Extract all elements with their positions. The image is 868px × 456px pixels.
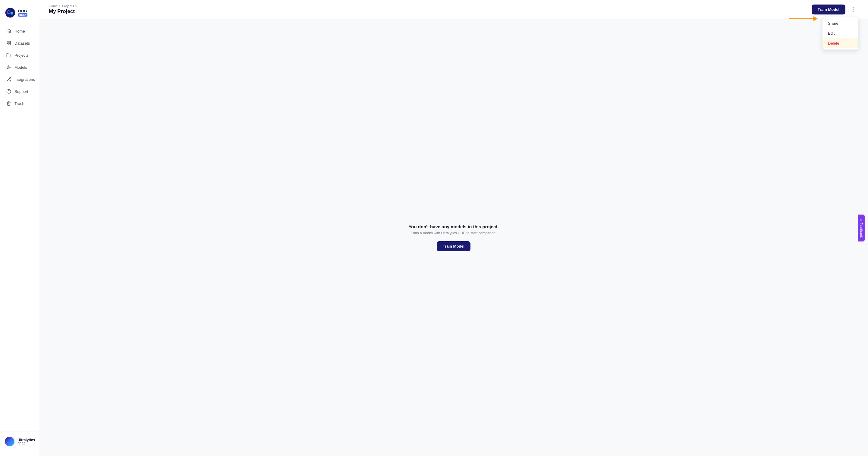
sidebar-item-integrations-label: Integrations: [14, 77, 35, 82]
content-area: You don't have any models in this projec…: [39, 19, 868, 456]
sidebar-item-trash-label: Trash: [14, 101, 24, 106]
breadcrumb-home[interactable]: Home: [49, 4, 58, 8]
empty-state: You don't have any models in this projec…: [408, 224, 498, 251]
sidebar-item-support-label: Support: [14, 89, 28, 94]
sidebar: HUB BETA Home Datasets Projects: [0, 0, 39, 456]
svg-point-3: [7, 11, 10, 13]
sidebar-item-models-label: Models: [14, 65, 27, 70]
sidebar-item-projects-label: Projects: [14, 53, 29, 58]
dropdown-item-share[interactable]: Share: [823, 19, 858, 28]
share-label: Share: [828, 21, 838, 26]
datasets-icon: [6, 40, 11, 46]
svg-line-16: [10, 66, 10, 66]
sidebar-item-trash[interactable]: Trash: [2, 98, 36, 109]
logo-text: HUB BETA: [18, 9, 27, 17]
empty-state-description: Train a model with Ultralytics HUB to st…: [408, 231, 498, 235]
trash-icon: [6, 101, 11, 106]
logo-beta-label: BETA: [18, 13, 27, 17]
user-profile[interactable]: Ultralytics FREE: [0, 432, 39, 451]
sidebar-item-datasets-label: Datasets: [14, 41, 30, 46]
models-icon: [6, 64, 11, 70]
header-actions: Train Model ⋮ Share Edit Delete: [812, 4, 858, 15]
svg-point-8: [8, 67, 9, 68]
integrations-icon: [6, 77, 11, 82]
feedback-tab[interactable]: ☺ Feedback: [858, 215, 865, 241]
header: Home > Projects > My Project Train Model…: [39, 0, 868, 19]
breadcrumb-projects[interactable]: Projects: [62, 4, 74, 8]
svg-line-13: [7, 66, 8, 66]
sidebar-item-support[interactable]: Support: [2, 86, 36, 97]
sidebar-item-integrations[interactable]: Integrations: [2, 74, 36, 85]
breadcrumb-nav: Home > Projects >: [49, 4, 77, 8]
svg-rect-6: [7, 44, 8, 45]
delete-label: Delete: [828, 41, 839, 46]
more-options-button[interactable]: ⋮: [848, 4, 858, 15]
main-content: Home > Projects > My Project Train Model…: [39, 0, 868, 456]
projects-icon: [6, 53, 11, 58]
svg-rect-4: [7, 41, 8, 43]
sidebar-item-datasets[interactable]: Datasets: [2, 37, 36, 49]
svg-rect-5: [9, 41, 10, 43]
home-icon: [6, 28, 11, 34]
logo-hub-label: HUB: [18, 9, 27, 13]
sidebar-item-projects[interactable]: Projects: [2, 50, 36, 61]
user-name: Ultralytics: [18, 438, 35, 442]
breadcrumb-sep1: >: [59, 4, 61, 8]
feedback-icon: ☺: [860, 218, 863, 222]
support-icon: [6, 89, 11, 94]
train-model-button[interactable]: Train Model: [812, 4, 845, 15]
dropdown-item-delete[interactable]: Delete: [823, 38, 858, 48]
ultralytics-logo-icon: [5, 7, 16, 18]
nav-items: Home Datasets Projects Models Integratio…: [0, 25, 39, 432]
feedback-label: Feedback: [860, 223, 863, 238]
svg-rect-7: [9, 44, 10, 45]
svg-line-15: [7, 68, 8, 69]
svg-point-2: [10, 12, 13, 15]
dropdown-menu: Share Edit Delete: [822, 17, 858, 50]
page-title: My Project: [49, 8, 77, 15]
user-plan: FREE: [18, 442, 35, 446]
breadcrumb-sep2: >: [75, 4, 77, 8]
empty-state-title: You don't have any models in this projec…: [408, 224, 498, 229]
sidebar-item-home-label: Home: [14, 29, 25, 33]
sidebar-item-home[interactable]: Home: [2, 25, 36, 37]
more-dots-icon: ⋮: [850, 6, 856, 13]
dropdown-item-edit[interactable]: Edit: [823, 28, 858, 38]
logo: HUB BETA: [0, 5, 39, 25]
sidebar-item-models[interactable]: Models: [2, 61, 36, 73]
empty-train-model-button[interactable]: Train Model: [437, 241, 470, 251]
edit-label: Edit: [828, 31, 835, 36]
breadcrumb: Home > Projects > My Project: [49, 4, 77, 15]
svg-line-14: [10, 68, 10, 69]
avatar: [5, 437, 14, 446]
user-info: Ultralytics FREE: [18, 438, 35, 446]
